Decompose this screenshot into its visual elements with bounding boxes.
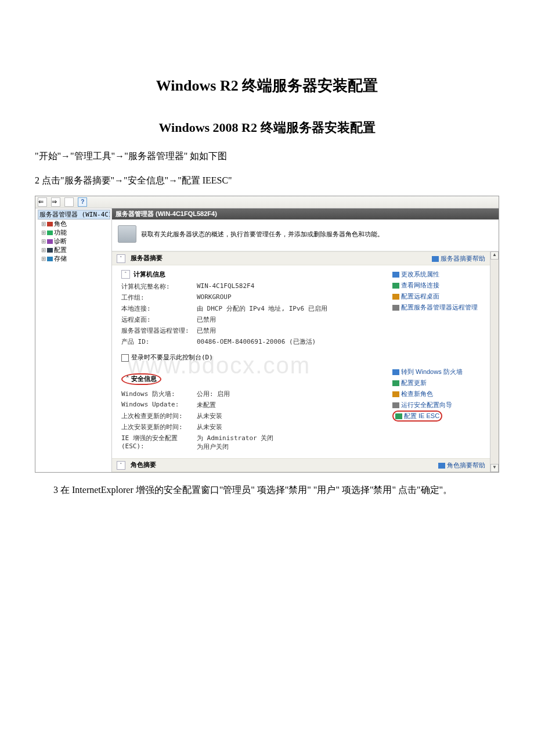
- tree-root[interactable]: 服务器管理器 (WIN-4C1FQL582F: [38, 210, 110, 219]
- goto-firewall-link[interactable]: 转到 Windows 防火墙: [392, 366, 485, 377]
- wizard-icon: [392, 402, 399, 408]
- config-remote-desktop-link[interactable]: 配置远程桌面: [392, 291, 485, 302]
- collapse-icon[interactable]: ˄: [117, 254, 125, 263]
- info-row: 上次安装更新的时间:从未安装: [121, 422, 382, 433]
- config-ie-esc-link-circled[interactable]: 配置 IE ESC: [392, 411, 442, 422]
- back-button[interactable]: ⇐: [38, 197, 47, 207]
- info-row: 本地连接:由 DHCP 分配的 IPv4 地址, IPv6 已启用: [121, 303, 382, 314]
- info-row: 计算机完整名称:WIN-4C1FQL582F4: [121, 281, 382, 292]
- content-titlebar: 服务器管理器 (WIN-4C1FQL582F4): [112, 208, 499, 219]
- collapse-icon[interactable]: ˄: [117, 461, 125, 470]
- info-row: IE 增强的安全配置(ESC):为 Administrator 关闭 为用户关闭: [121, 433, 382, 452]
- tree-node-features[interactable]: 功能: [41, 228, 110, 237]
- actions-pane: 更改系统属性 查看网络连接 配置远程桌面 配置服务器管理器远程管理 转到 Win…: [388, 265, 490, 458]
- computer-info-label: 计算机信息: [134, 270, 165, 279]
- info-row: 远程桌面:已禁用: [121, 314, 382, 325]
- dont-show-checkbox-row: 登录时不要显示此控制台(D): [121, 353, 382, 362]
- vertical-scrollbar[interactable]: ▲ ▼: [490, 251, 499, 472]
- info-row: Windows Update:未配置: [121, 399, 382, 411]
- step-2-text: 2 点击"服务器摘要"→"安全信息"→"配置 IEESC": [35, 171, 499, 190]
- roles-summary-help-link[interactable]: 角色摘要帮助: [438, 461, 485, 470]
- link-icon: [392, 283, 399, 289]
- diagnostics-icon: [47, 239, 53, 244]
- security-info-header-circled[interactable]: ˄ 安全信息: [121, 373, 161, 385]
- step-1-text: "开始"→"管理工具"→"服务器管理器" 如如下图: [35, 147, 499, 165]
- server-icon: [118, 225, 136, 243]
- help-button[interactable]: ?: [78, 197, 87, 207]
- collapse-icon[interactable]: ˄: [121, 270, 130, 279]
- ie-esc-icon: [395, 413, 402, 419]
- content-pane: 服务器管理器 (WIN-4C1FQL582F4) 获取有关此服务器状态的概述，执…: [112, 208, 499, 472]
- config-remote-mgmt-link[interactable]: 配置服务器管理器远程管理: [392, 302, 485, 313]
- view-network-link[interactable]: 查看网络连接: [392, 280, 485, 291]
- update-icon: [392, 380, 399, 386]
- config-update-link[interactable]: 配置更新: [392, 377, 485, 388]
- link-icon: [392, 305, 399, 311]
- scroll-up-button[interactable]: ▲: [490, 251, 499, 260]
- tree-pane: 服务器管理器 (WIN-4C1FQL582F 角色 功能 诊断 配置 存储: [35, 208, 112, 472]
- scroll-down-button[interactable]: ▼: [490, 464, 499, 472]
- dont-show-label: 登录时不要显示此控制台(D): [131, 354, 213, 361]
- storage-icon: [47, 257, 53, 261]
- link-icon: [392, 272, 399, 278]
- computer-info-header[interactable]: ˄ 计算机信息: [121, 269, 382, 281]
- server-summary-header[interactable]: ˄ 服务器摘要 服务器摘要帮助: [112, 251, 490, 265]
- info-row: 服务器管理器远程管理:已禁用: [121, 325, 382, 336]
- step-3-text: 3 在 InternetExplorer 增强的安全配置窗口"管理员" 项选择"…: [35, 481, 499, 499]
- check-roles-link[interactable]: 检查新角色: [392, 388, 485, 399]
- info-row: Windows 防火墙:公用: 启用: [121, 388, 382, 399]
- toolbar-button[interactable]: [64, 197, 74, 207]
- roles-icon: [392, 391, 399, 397]
- tree-node-config[interactable]: 配置: [41, 246, 110, 254]
- link-icon: [392, 294, 399, 300]
- tree-node-roles[interactable]: 角色: [41, 219, 110, 228]
- toolbar: ⇐ ⇒ ?: [35, 196, 499, 208]
- run-scw-link[interactable]: 运行安全配置向导: [392, 399, 485, 411]
- description-text: 获取有关此服务器状态的概述，执行首要管理任务，并添加或删除服务器角色和功能。: [141, 230, 384, 239]
- forward-button[interactable]: ⇒: [51, 197, 60, 207]
- roles-summary-label: 角色摘要: [131, 461, 156, 468]
- dont-show-checkbox[interactable]: [121, 354, 129, 362]
- description-row: 获取有关此服务器状态的概述，执行首要管理任务，并添加或删除服务器角色和功能。: [112, 219, 499, 251]
- help-icon: [438, 463, 445, 469]
- roles-icon: [47, 222, 53, 226]
- server-summary-help-link[interactable]: 服务器摘要帮助: [432, 254, 485, 263]
- firewall-icon: [392, 369, 399, 375]
- page-title: Windows R2 终端服务器安装配置: [35, 75, 499, 96]
- info-row: 上次检查更新的时间:从未安装: [121, 411, 382, 422]
- help-icon: [432, 256, 439, 262]
- page-subtitle: Windows 2008 R2 终端服务器安装配置: [35, 119, 499, 136]
- info-row: 产品 ID:00486-OEM-8400691-20006 (已激活): [121, 336, 382, 347]
- server-manager-screenshot: ⇐ ⇒ ? 服务器管理器 (WIN-4C1FQL582F 角色 功能 诊断 配置…: [35, 196, 499, 473]
- server-summary-label: 服务器摘要: [131, 254, 163, 261]
- config-icon: [47, 248, 53, 253]
- features-icon: [47, 231, 53, 235]
- roles-summary-header[interactable]: ˄ 角色摘要 角色摘要帮助: [112, 458, 490, 472]
- tree-node-storage[interactable]: 存储: [41, 254, 110, 263]
- info-row: 工作组:WORKGROUP: [121, 292, 382, 303]
- change-system-props-link[interactable]: 更改系统属性: [392, 269, 485, 280]
- tree-node-diagnostics[interactable]: 诊断: [41, 237, 110, 246]
